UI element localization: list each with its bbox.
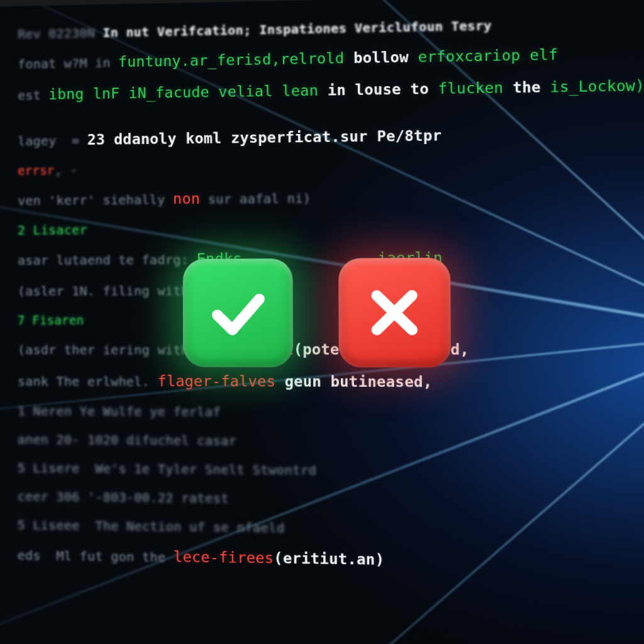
terminal-line: 2 Lisacer (18, 216, 644, 240)
terminal-token: funtuny.ar_ferisd,relrold (118, 50, 345, 70)
terminal-token: 2 Lisacer (18, 222, 87, 238)
screen: Rev 02230N In nut Verifcation; Inspation… (0, 0, 644, 644)
terminal-token: 1 Neren Ye Wulfe ye ferlaf (18, 403, 221, 419)
terminal-line: Rev 02230N In nut Verifcation; Inspation… (18, 13, 644, 45)
terminal-line: anen 20- 1020 difuchel casar (18, 430, 644, 454)
terminal-token: erfoxcariop elf (418, 46, 558, 65)
terminal-line: sank The erlwhel. flager-falves geun but… (18, 370, 644, 395)
monitor-bezel: Rev 02230N In nut Verifcation; Inspation… (0, 0, 644, 644)
terminal-token: ceer 306 '-803-00.22 ratest (18, 489, 229, 506)
terminal-line: fonat w?M in funtuny.ar_ferisd,relrold b… (18, 42, 644, 75)
terminal-token: bollow (344, 48, 418, 66)
terminal-token: ven 'kerr' siehally (18, 192, 173, 208)
terminal-token: non (173, 190, 200, 207)
terminal-line: 5 Liseee The Nection uf se nfaeld (18, 515, 644, 543)
terminal-line: eds Ml fut gon the lece-firees(eritiut.a… (18, 543, 644, 575)
terminal-token: is_Lockow) (550, 77, 644, 95)
terminal-token: Rev 02230N (18, 25, 103, 42)
terminal-token: asar lutaend te fadrg: (18, 252, 197, 267)
terminal-line: ven 'kerr' siehally non sur aafal ni) (18, 184, 644, 212)
terminal-token: (eritiut.an) (274, 550, 384, 568)
terminal-token: in louse to (318, 80, 438, 98)
terminal-token: sur aafal ni) (200, 191, 311, 207)
terminal-token: eds Ml fut gon the (18, 547, 174, 565)
terminal-token: flucken (438, 79, 504, 97)
terminal-token: ibng lnF iN_facude velial lean (48, 82, 318, 102)
terminal-token: sank The erlwhel. (18, 374, 158, 389)
terminal-token: 5 Lisere We's 1e Tyler Snelt Stwontrd (18, 460, 316, 477)
check-icon (183, 258, 293, 367)
terminal-token: , - (54, 162, 77, 177)
terminal-line: lagey = 23 ddanoly koml zysperficat.sur … (18, 122, 644, 153)
terminal-token: 5 Liseee The Nection uf se nfaeld (18, 517, 285, 535)
terminal-line: est ibng lnF iN_facude velial lean in lo… (18, 74, 644, 106)
status-badges (183, 258, 451, 368)
terminal-line: ceer 306 '-803-00.22 ratest (18, 487, 644, 513)
terminal-line: 5 Lisere We's 1e Tyler Snelt Stwontrd (18, 458, 644, 484)
terminal-token: 7 Fisaren (18, 313, 84, 327)
terminal-token: the (503, 79, 550, 96)
terminal-token: lece-firees (174, 548, 274, 566)
terminal-token: lagey = (18, 133, 87, 148)
terminal-line: errsr, - (18, 154, 644, 180)
terminal-token: anen 20- 1020 difuchel casar (18, 431, 236, 448)
terminal-token: errsr (18, 164, 54, 178)
terminal-line: 1 Neren Ye Wulfe ye ferlaf (18, 401, 644, 425)
terminal-token: fonat w?M in (18, 55, 118, 72)
cross-icon (338, 258, 451, 368)
terminal-token: In nut Verifcation; Inspationes Vericluf… (103, 18, 492, 40)
terminal-token: flager-falves (158, 373, 276, 390)
terminal-token: est (18, 87, 48, 103)
terminal-token: geun butineased, (275, 373, 432, 390)
terminal-token: 23 ddanoly koml zysperficat.sur Pe/8tpr (87, 127, 442, 148)
terminal-line (18, 106, 644, 121)
